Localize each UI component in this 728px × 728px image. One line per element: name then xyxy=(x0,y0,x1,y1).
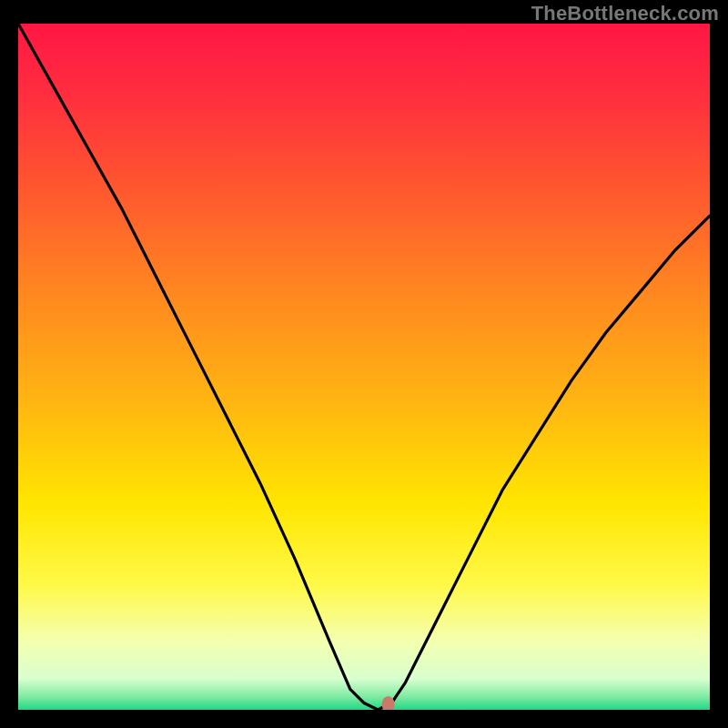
watermark-text: TheBottleneck.com xyxy=(531,2,719,25)
gradient-background xyxy=(18,24,710,710)
chart-plot xyxy=(18,24,710,710)
chart-svg xyxy=(18,24,710,710)
chart-frame: TheBottleneck.com xyxy=(0,0,728,728)
